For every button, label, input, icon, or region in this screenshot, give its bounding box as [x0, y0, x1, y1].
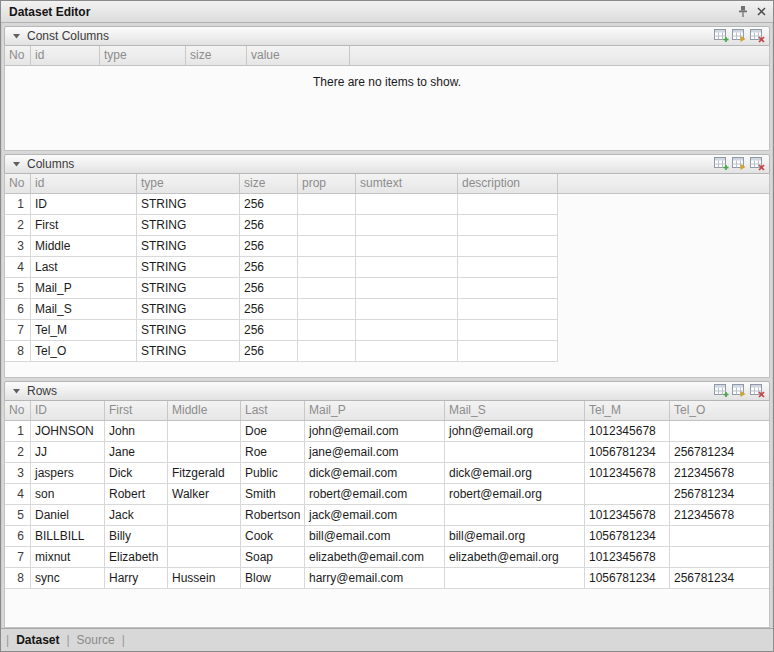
data-cell[interactable]: john@email.org: [445, 421, 585, 442]
row-number-cell[interactable]: 3: [5, 236, 31, 257]
data-cell[interactable]: 1012345678: [585, 505, 670, 526]
data-cell[interactable]: [458, 320, 558, 341]
data-cell[interactable]: 256: [240, 257, 298, 278]
column-header-tel_m[interactable]: Tel_M: [585, 401, 670, 420]
data-cell[interactable]: [168, 421, 241, 442]
data-cell[interactable]: Hussein: [168, 568, 241, 589]
data-cell[interactable]: STRING: [137, 278, 240, 299]
data-cell[interactable]: [458, 341, 558, 362]
data-cell[interactable]: JOHNSON: [31, 421, 105, 442]
row-number-cell[interactable]: 6: [5, 299, 31, 320]
data-cell[interactable]: 256: [240, 194, 298, 215]
data-cell[interactable]: 1056781234: [585, 526, 670, 547]
data-cell[interactable]: [298, 215, 356, 236]
column-header-first[interactable]: First: [105, 401, 168, 420]
data-cell[interactable]: robert@email.org: [445, 484, 585, 505]
data-cell[interactable]: 1056781234: [585, 442, 670, 463]
column-header-prop[interactable]: prop: [298, 174, 356, 193]
row-number-cell[interactable]: 2: [5, 442, 31, 463]
data-cell[interactable]: Last: [31, 257, 137, 278]
column-header-id[interactable]: id: [31, 46, 100, 65]
data-cell[interactable]: Billy: [105, 526, 168, 547]
data-cell[interactable]: Middle: [31, 236, 137, 257]
data-cell[interactable]: Robert: [105, 484, 168, 505]
collapse-icon[interactable]: [10, 385, 22, 397]
data-cell[interactable]: STRING: [137, 320, 240, 341]
data-cell[interactable]: [458, 236, 558, 257]
data-cell[interactable]: 256: [240, 341, 298, 362]
column-header-value[interactable]: value: [247, 46, 350, 65]
data-cell[interactable]: [458, 278, 558, 299]
delete-row-icon[interactable]: [750, 384, 765, 398]
data-cell[interactable]: 256: [240, 320, 298, 341]
data-cell[interactable]: Jane: [105, 442, 168, 463]
data-cell[interactable]: robert@email.com: [305, 484, 445, 505]
row-number-cell[interactable]: 4: [5, 257, 31, 278]
data-cell[interactable]: 256: [240, 299, 298, 320]
data-cell[interactable]: [356, 320, 458, 341]
data-cell[interactable]: [356, 341, 458, 362]
append-row-icon[interactable]: [714, 29, 729, 43]
data-cell[interactable]: [670, 547, 769, 568]
data-cell[interactable]: Elizabeth: [105, 547, 168, 568]
data-cell[interactable]: son: [31, 484, 105, 505]
data-cell[interactable]: Daniel: [31, 505, 105, 526]
data-cell[interactable]: Tel_M: [31, 320, 137, 341]
data-cell[interactable]: 256: [240, 236, 298, 257]
data-cell[interactable]: [445, 568, 585, 589]
close-icon[interactable]: [757, 7, 766, 16]
data-cell[interactable]: [356, 278, 458, 299]
data-cell[interactable]: jack@email.com: [305, 505, 445, 526]
data-cell[interactable]: [298, 278, 356, 299]
data-cell[interactable]: ID: [31, 194, 137, 215]
data-cell[interactable]: 1012345678: [585, 547, 670, 568]
data-cell[interactable]: [445, 442, 585, 463]
data-cell[interactable]: First: [31, 215, 137, 236]
column-header-mail_s[interactable]: Mail_S: [445, 401, 585, 420]
data-cell[interactable]: [168, 526, 241, 547]
panel-header-const-columns[interactable]: Const Columns: [4, 26, 770, 46]
tab-source[interactable]: Source: [77, 633, 115, 647]
data-cell[interactable]: 256: [240, 278, 298, 299]
data-cell[interactable]: STRING: [137, 194, 240, 215]
data-cell[interactable]: elizabeth@email.org: [445, 547, 585, 568]
data-cell[interactable]: Public: [241, 463, 305, 484]
row-number-cell[interactable]: 5: [5, 278, 31, 299]
row-number-cell[interactable]: 8: [5, 341, 31, 362]
data-cell[interactable]: [356, 257, 458, 278]
data-cell[interactable]: 1012345678: [585, 421, 670, 442]
data-cell[interactable]: [356, 215, 458, 236]
data-cell[interactable]: [356, 299, 458, 320]
data-cell[interactable]: Tel_O: [31, 341, 137, 362]
delete-row-icon[interactable]: [750, 29, 765, 43]
data-cell[interactable]: Doe: [241, 421, 305, 442]
data-cell[interactable]: Robertson: [241, 505, 305, 526]
data-cell[interactable]: Dick: [105, 463, 168, 484]
data-cell[interactable]: 1056781234: [585, 568, 670, 589]
data-cell[interactable]: dick@email.org: [445, 463, 585, 484]
data-cell[interactable]: 256781234: [670, 484, 769, 505]
column-header-size[interactable]: size: [186, 46, 247, 65]
data-cell[interactable]: 256781234: [670, 568, 769, 589]
data-cell[interactable]: [298, 257, 356, 278]
pin-icon[interactable]: [738, 5, 748, 18]
data-cell[interactable]: [298, 320, 356, 341]
column-header-size[interactable]: size: [240, 174, 298, 193]
tab-dataset[interactable]: Dataset: [16, 633, 59, 647]
data-cell[interactable]: Mail_P: [31, 278, 137, 299]
data-cell[interactable]: 256781234: [670, 442, 769, 463]
data-cell[interactable]: STRING: [137, 215, 240, 236]
append-row-icon[interactable]: [714, 157, 729, 171]
panel-header-rows[interactable]: Rows: [4, 381, 770, 401]
data-cell[interactable]: Mail_S: [31, 299, 137, 320]
data-cell[interactable]: Blow: [241, 568, 305, 589]
data-cell[interactable]: JJ: [31, 442, 105, 463]
data-cell[interactable]: BILLBILL: [31, 526, 105, 547]
row-number-cell[interactable]: 1: [5, 194, 31, 215]
data-cell[interactable]: [458, 257, 558, 278]
column-header-no[interactable]: No: [5, 401, 31, 420]
panel-header-columns[interactable]: Columns: [4, 154, 770, 174]
column-header-description[interactable]: description: [458, 174, 558, 193]
data-cell[interactable]: [298, 194, 356, 215]
column-header-id[interactable]: ID: [31, 401, 105, 420]
